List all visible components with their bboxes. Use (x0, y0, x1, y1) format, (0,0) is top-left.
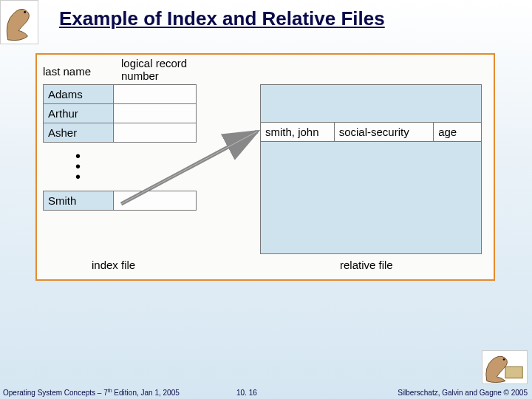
record-age: age (434, 123, 482, 142)
index-smith-row: Smith (43, 191, 197, 211)
record-row: smith, john social-security age (260, 122, 482, 142)
header-last-name: last name (43, 65, 91, 78)
dinosaur-logo-bottom (482, 350, 528, 384)
footer-page-number: 10. 16 (236, 389, 257, 397)
svg-point-0 (24, 11, 26, 13)
index-name: Arthur (44, 104, 114, 123)
table-row: Asher (44, 123, 197, 143)
table-row: Smith (44, 191, 197, 211)
ellipsis-icon: ••• (75, 151, 81, 182)
index-name: Asher (44, 123, 114, 143)
record-name: smith, john (261, 123, 335, 142)
dinosaur-logo-top (0, 0, 38, 44)
svg-rect-4 (505, 366, 522, 378)
record-ssn: social-security (334, 123, 434, 142)
index-name: Smith (44, 191, 114, 211)
header-number: number (121, 69, 159, 82)
footer-copyright: Silberschatz, Galvin and Gagne © 2005 (398, 389, 528, 397)
relative-file-block (260, 84, 482, 254)
table-row: Arthur (44, 104, 197, 123)
diagram-panel: last name logical record number Adams Ar… (35, 53, 495, 281)
footer-left: Operating System Concepts – 7th Edition,… (3, 388, 180, 397)
table-row: smith, john social-security age (261, 123, 482, 142)
index-file-caption: index file (92, 259, 135, 271)
header-logical-record: logical record (121, 57, 187, 69)
slide-footer: Operating System Concepts – 7th Edition,… (0, 386, 532, 399)
svg-point-5 (503, 358, 505, 361)
slide-title: Example of Index and Relative Files (59, 7, 385, 30)
index-table: Adams Arthur Asher (43, 84, 197, 143)
index-name: Adams (44, 85, 114, 104)
relative-file-caption: relative file (340, 259, 393, 271)
table-row: Adams (44, 85, 197, 104)
